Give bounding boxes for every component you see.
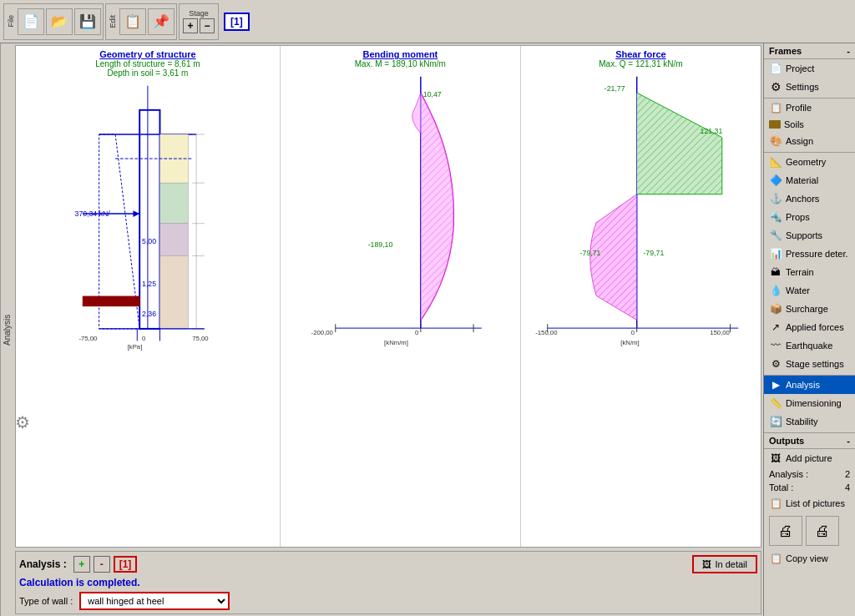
svg-text:-150,00: -150,00 [535, 329, 558, 336]
svg-text:-189,10: -189,10 [367, 240, 392, 249]
pressure-deter-icon: 📊 [769, 247, 782, 260]
wall-type-row: Type of wall : wall hinged at heel [19, 592, 757, 610]
geometry-chart-panel: Geometry of structure Length of structur… [16, 46, 281, 547]
file-label: File [6, 15, 16, 28]
save-button[interactable]: 💾 [74, 8, 101, 35]
geometry-svg: 370,34 kN/ 5,00 1,25 2,36 -75,00 0 75,00… [16, 78, 280, 353]
sidebar-item-soils[interactable]: Soils [764, 117, 855, 132]
sidebar-item-profile[interactable]: 📋 Profile [764, 98, 855, 117]
new-button[interactable]: 📄 [18, 8, 44, 35]
main-container: Analysis Geometry of structure Length of… [0, 43, 855, 616]
print-button-1[interactable]: 🖨 [769, 516, 802, 546]
stability-icon: 🔄 [769, 415, 782, 428]
svg-text:0: 0 [631, 329, 635, 336]
soils-icon [769, 120, 781, 129]
svg-rect-3 [139, 110, 159, 329]
svg-text:[kNm/m]: [kNm/m] [384, 339, 408, 346]
print-row: 🖨 🖨 [764, 512, 855, 549]
sidebar-item-project[interactable]: 📄 Project [764, 59, 855, 78]
bottom-panel: Analysis : + - [1] 🖼 In detail Calculati… [15, 551, 761, 614]
project-icon: 📄 [769, 62, 782, 75]
open-button[interactable]: 📂 [46, 8, 73, 35]
svg-text:10,47: 10,47 [423, 90, 442, 98]
svg-text:-79,71: -79,71 [580, 249, 601, 257]
svg-text:121,31: 121,31 [700, 127, 722, 135]
total-count-row: Total : 4 [764, 481, 855, 494]
sidebar-item-props[interactable]: 🔩 Props [764, 208, 855, 226]
svg-marker-16 [133, 210, 139, 217]
copy-button[interactable]: 📋 [119, 8, 146, 35]
list-pictures-button[interactable]: 📋 List of pictures [764, 494, 855, 512]
sidebar-item-analysis[interactable]: ▶ Analysis [764, 376, 855, 394]
in-detail-button[interactable]: 🖼 In detail [692, 555, 757, 573]
bottom-gear-button[interactable]: ⚙ [15, 412, 30, 432]
sidebar-item-terrain[interactable]: 🏔 Terrain [764, 263, 855, 281]
add-picture-button[interactable]: 🖼 Add picture [764, 449, 855, 467]
svg-text:0: 0 [415, 329, 419, 336]
dimensioning-icon: 📏 [769, 396, 782, 410]
analysis-bar: Analysis : + - [1] 🖼 In detail [19, 555, 757, 573]
sidebar-item-anchors[interactable]: ⚓ Anchors [764, 189, 855, 208]
stage-remove-button[interactable]: − [200, 18, 215, 33]
paste-button[interactable]: 📌 [148, 8, 175, 35]
sidebar-item-material[interactable]: 🔷 Material [764, 171, 855, 189]
add-picture-icon: 🖼 [769, 452, 782, 465]
print-button-2[interactable]: 🖨 [806, 516, 839, 546]
svg-text:[kPa]: [kPa] [128, 343, 143, 351]
water-icon: 💧 [769, 284, 782, 297]
sidebar-item-assign[interactable]: 🎨 Assign [764, 132, 855, 150]
shear-chart-panel: Shear force Max. Q = 121,31 kN/m [521, 46, 761, 547]
assign-icon: 🎨 [769, 134, 782, 148]
stage-add-button[interactable]: + [183, 18, 198, 33]
sidebar-item-supports[interactable]: 🔧 Supports [764, 226, 855, 245]
settings-icon: ⚙ [769, 80, 782, 93]
svg-text:150,00: 150,00 [710, 329, 730, 336]
sidebar-item-stage-settings[interactable]: ⚙ Stage settings [764, 355, 855, 373]
sidebar-item-stability[interactable]: 🔄 Stability [764, 412, 855, 431]
sidebar-item-applied-forces[interactable]: ↗ Applied forces [764, 318, 855, 336]
charts-row: Geometry of structure Length of structur… [16, 46, 761, 547]
bending-title: Bending moment [281, 46, 520, 59]
list-pictures-icon: 📋 [769, 497, 782, 510]
geometry-subtitle1: Length of structure = 8,61 m [16, 59, 280, 68]
shear-svg: -21,77 121,31 -79,71 -79,71 -150,00 0 15… [521, 68, 761, 361]
supports-icon: 🔧 [769, 229, 782, 242]
sidebar-item-water[interactable]: 💧 Water [764, 281, 855, 300]
svg-text:-21,77: -21,77 [605, 84, 625, 93]
geometry-subtitle2: Depth in soil = 3,61 m [16, 68, 280, 78]
in-detail-icon: 🖼 [702, 559, 711, 569]
sidebar-item-settings[interactable]: ⚙ Settings [764, 78, 855, 96]
wall-type-select[interactable]: wall hinged at heel [79, 592, 230, 610]
stage-indicator: [1] [224, 13, 250, 31]
svg-rect-6 [159, 224, 188, 256]
earthquake-icon: 〰 [769, 339, 782, 352]
outputs-section: Outputs - 🖼 Add picture Analysis : 2 Tot… [764, 432, 855, 568]
svg-rect-7 [159, 256, 188, 329]
analysis-stage-num: [1] [114, 556, 138, 573]
left-tab: Analysis [0, 43, 13, 616]
sidebar-item-surcharge[interactable]: 📦 Surcharge [764, 300, 855, 318]
analysis-count-row: Analysis : 2 [764, 467, 855, 481]
sidebar-item-geometry[interactable]: 📐 Geometry [764, 153, 855, 171]
analysis-remove-button[interactable]: - [94, 556, 110, 573]
content-area: Geometry of structure Length of structur… [13, 43, 763, 616]
stage-settings-icon: ⚙ [769, 357, 782, 371]
svg-rect-5 [159, 183, 188, 224]
sidebar-item-earthquake[interactable]: 〰 Earthquake [764, 336, 855, 355]
svg-text:2,36: 2,36 [142, 310, 156, 318]
svg-text:0: 0 [142, 335, 145, 342]
sidebar-item-pressure-deter[interactable]: 📊 Pressure deter. [764, 245, 855, 263]
svg-text:370,34 kN/: 370,34 kN/ [75, 210, 111, 218]
svg-text:75,00: 75,00 [192, 335, 208, 342]
surcharge-icon: 📦 [769, 302, 782, 316]
analysis-add-button[interactable]: + [73, 556, 90, 573]
bending-svg: 10,47 -189,10 -200,00 0 [kNm/m] [281, 68, 520, 361]
svg-text:-75,00: -75,00 [78, 335, 97, 342]
svg-text:5,00: 5,00 [142, 237, 156, 245]
analysis-label: Analysis : [19, 558, 67, 570]
copy-view-button[interactable]: 📋 Copy view [764, 549, 855, 568]
shear-subtitle: Max. Q = 121,31 kN/m [521, 59, 761, 68]
svg-text:[kN/m]: [kN/m] [620, 339, 639, 346]
sidebar-item-dimensioning[interactable]: 📏 Dimensioning [764, 394, 855, 412]
anchors-icon: ⚓ [769, 192, 782, 205]
